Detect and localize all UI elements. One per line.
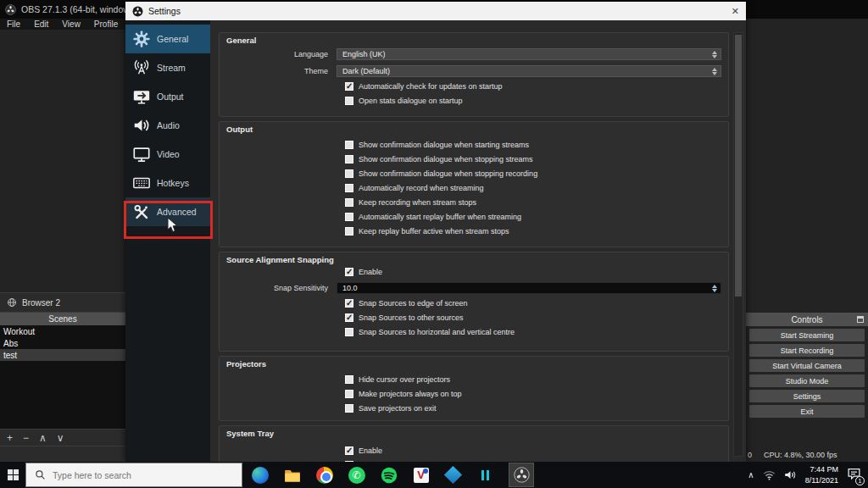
sidebar-item-stream[interactable]: Stream (125, 53, 210, 82)
checkbox-row[interactable]: Snap Sources to horizontal and vertical … (345, 328, 721, 336)
sidebar-item-general[interactable]: General (125, 25, 210, 53)
checkbox[interactable] (345, 141, 353, 149)
checkbox-row[interactable]: Automatically start replay buffer when s… (345, 213, 721, 221)
remove-scene-button[interactable]: − (23, 432, 29, 444)
checkbox-row[interactable]: Automatically record when streaming (345, 184, 721, 192)
checkbox[interactable] (345, 404, 353, 413)
checkbox-row[interactable]: Save projectors on exit (345, 404, 721, 413)
checkbox[interactable] (345, 268, 353, 276)
section-projectors: Projectors Hide cursor over projectors M… (219, 356, 729, 421)
spinner-arrows-icon[interactable] (710, 283, 719, 293)
video-editor-icon[interactable]: V (412, 466, 430, 484)
status-fragment: 0 (748, 451, 752, 459)
checkbox[interactable] (345, 184, 353, 192)
sidebar-item-advanced[interactable]: Advanced (125, 197, 210, 226)
taskbar-search[interactable] (25, 463, 242, 487)
checkbox[interactable] (345, 390, 353, 398)
media-player-icon[interactable] (476, 466, 494, 484)
checkbox-row[interactable]: Enable (345, 446, 721, 455)
chrome-icon[interactable] (315, 466, 333, 484)
wifi-icon[interactable] (763, 470, 776, 480)
menu-file[interactable]: File (7, 19, 20, 29)
cpu-fps-status: CPU: 4.8%, 30.00 fps (764, 451, 837, 459)
checkbox[interactable] (345, 313, 353, 322)
sidebar-item-output[interactable]: Output (125, 82, 210, 111)
kodi-icon[interactable] (444, 466, 462, 484)
checkbox-label: Open stats dialogue on startup (359, 97, 463, 105)
checkbox-row[interactable]: Keep recording when stream stops (345, 198, 721, 207)
obs-taskbar-icon[interactable] (509, 463, 534, 487)
checkbox-label: Make projectors always on top (359, 390, 462, 398)
search-icon (35, 469, 46, 480)
checkbox[interactable] (345, 328, 353, 336)
select-spinner-icon[interactable] (710, 49, 719, 59)
dock-popout-icon[interactable] (857, 316, 864, 323)
checkbox[interactable] (345, 299, 353, 308)
checkbox[interactable] (345, 227, 353, 236)
menu-profile[interactable]: Profile (94, 19, 118, 29)
scene-row[interactable]: Workout (0, 325, 125, 337)
checkbox-row[interactable]: Snap Sources to other sources (345, 313, 721, 322)
checkbox-row[interactable]: Automatically check for updates on start… (345, 82, 721, 91)
move-scene-up-button[interactable]: ∧ (39, 432, 47, 444)
settings-button[interactable]: Settings (749, 390, 865, 402)
add-scene-button[interactable]: + (7, 432, 13, 444)
theme-select[interactable]: Dark (Default) (337, 65, 721, 77)
volume-icon[interactable] (784, 469, 797, 480)
output-icon (132, 87, 151, 106)
scrollbar-thumb[interactable] (735, 35, 742, 297)
file-explorer-icon[interactable] (283, 466, 301, 484)
start-virtual-camera-button[interactable]: Start Virtual Camera (749, 359, 865, 372)
start-button[interactable] (0, 462, 25, 488)
scrollbar[interactable] (733, 32, 743, 457)
scene-row-selected[interactable]: test (0, 349, 125, 361)
scene-row[interactable]: Abs (0, 337, 125, 349)
taskbar-clock[interactable]: 7:44 PM 8/11/2021 (805, 464, 838, 485)
exit-button[interactable]: Exit (749, 405, 865, 418)
checkbox[interactable] (345, 155, 353, 164)
checkbox[interactable] (345, 213, 353, 221)
close-icon[interactable]: ✕ (732, 6, 739, 17)
snap-sensitivity-input[interactable]: 10.0 (337, 282, 721, 294)
sidebar-item-video[interactable]: Video (125, 140, 210, 169)
scenes-dock-header[interactable]: Scenes (0, 312, 125, 325)
edge-icon[interactable] (251, 466, 269, 484)
checkbox-row[interactable]: Make projectors always on top (345, 390, 721, 398)
checkbox[interactable] (345, 82, 353, 91)
tray-chevron-icon[interactable]: ∧ (748, 470, 754, 480)
checkbox-row[interactable]: Show confirmation dialogue when stopping… (345, 155, 721, 164)
checkbox[interactable] (345, 97, 353, 105)
checkbox-row[interactable]: Hide cursor over projectors (345, 375, 721, 384)
checkbox[interactable] (345, 169, 353, 178)
checkbox-row[interactable]: Show confirmation dialogue when stopping… (345, 169, 721, 178)
checkbox-row[interactable]: Enable (345, 268, 721, 276)
checkbox[interactable] (345, 198, 353, 207)
sidebar-item-audio[interactable]: Audio (125, 111, 210, 140)
menu-view[interactable]: View (62, 19, 81, 29)
menu-edit[interactable]: Edit (34, 19, 48, 29)
notification-badge: 1 (855, 476, 865, 485)
source-row-browser[interactable]: Browser 2 (0, 293, 125, 312)
checkbox[interactable] (345, 446, 353, 455)
controls-dock-header[interactable]: Controls (746, 313, 868, 326)
studio-mode-button[interactable]: Studio Mode (749, 374, 865, 387)
checkbox-row[interactable]: Snap Sources to edge of screen (345, 299, 721, 308)
action-center-icon[interactable]: 1 (847, 467, 861, 483)
search-input[interactable] (53, 470, 222, 480)
move-scene-down-button[interactable]: ∨ (57, 432, 64, 444)
section-snapping: Source Alignment Snapping Enable Snap Se… (219, 252, 729, 352)
select-spinner-icon[interactable] (710, 66, 719, 76)
checkbox[interactable] (345, 375, 353, 384)
start-streaming-button[interactable]: Start Streaming (749, 329, 865, 341)
checkbox-label: Keep recording when stream stops (359, 198, 476, 207)
checkbox-row[interactable]: Open stats dialogue on startup (345, 97, 721, 105)
start-recording-button[interactable]: Start Recording (749, 344, 865, 357)
whatsapp-icon[interactable]: ✆ (348, 466, 365, 484)
checkbox-row[interactable]: Show confirmation dialogue when starting… (345, 141, 721, 149)
settings-titlebar[interactable]: Settings ✕ (125, 2, 746, 20)
sidebar-item-hotkeys[interactable]: Hotkeys (125, 169, 210, 197)
language-select[interactable]: English (UK) (337, 48, 721, 60)
checkbox-label: Show confirmation dialogue when starting… (359, 141, 529, 149)
spotify-icon[interactable] (380, 466, 398, 484)
checkbox-row[interactable]: Keep replay buffer active when stream st… (345, 227, 721, 236)
